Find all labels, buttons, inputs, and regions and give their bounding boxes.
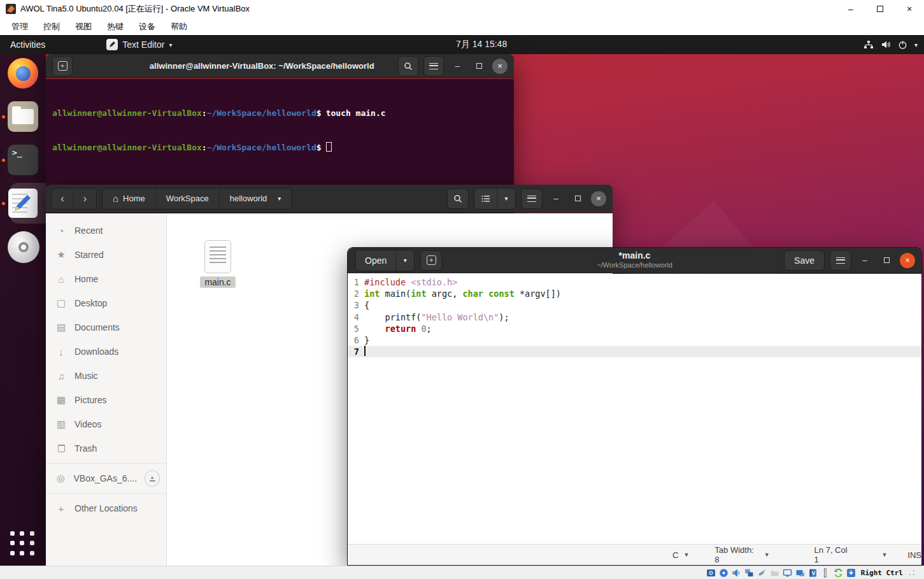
- gedit-header[interactable]: Open ▾ + *main.c ~/WorkSpace/helloworld …: [348, 248, 921, 273]
- chevron-down-icon: ▾: [278, 195, 281, 202]
- gnome-topbar: Activities Text Editor ▾ 7月 14 15:48 ▾: [0, 35, 924, 54]
- dock-vbox-cd[interactable]: [8, 231, 38, 262]
- forward-button[interactable]: ›: [74, 189, 96, 209]
- save-button[interactable]: Save: [784, 250, 825, 271]
- shared-folder-icon[interactable]: [769, 568, 780, 578]
- audio-icon[interactable]: [731, 568, 742, 578]
- sidebar-item-home[interactable]: ⌂Home: [46, 267, 166, 291]
- pictures-icon: ▦: [55, 394, 67, 406]
- close-button[interactable]: ×: [895, 0, 924, 18]
- sidebar-item-pictures[interactable]: ▦Pictures: [46, 388, 166, 412]
- downloads-icon: ↓: [55, 347, 67, 357]
- vbox-titlebar[interactable]: AWOL Tina5.0 Ubuntu20.04 [正在运行] - Oracle…: [0, 0, 924, 18]
- view-options-button[interactable]: ▾: [497, 189, 515, 209]
- running-dot: [2, 115, 5, 118]
- sidebar-item-trash[interactable]: Trash: [46, 436, 166, 461]
- activities-button[interactable]: Activities: [0, 39, 55, 50]
- file-item-main-c[interactable]: main.c: [195, 240, 240, 288]
- desktop-icon: ▢: [55, 297, 67, 309]
- terminal-new-tab-button[interactable]: +: [52, 56, 73, 76]
- network-icon[interactable]: [864, 40, 874, 49]
- guest-screen: Activities Text Editor ▾ 7月 14 15:48 ▾ >…: [0, 35, 924, 566]
- back-button[interactable]: ‹: [52, 189, 74, 209]
- gedit-maximize-button[interactable]: [878, 252, 895, 269]
- terminal-cursor: [326, 142, 332, 152]
- sidebar-item-recent[interactable]: ◔Recent: [46, 218, 166, 243]
- sidebar-item-videos[interactable]: ▥Videos: [46, 412, 166, 436]
- recording-icon[interactable]: [795, 568, 806, 578]
- files-menu-button[interactable]: [521, 189, 543, 209]
- path-helloworld-button[interactable]: helloworld▾: [220, 189, 292, 209]
- open-button[interactable]: Open: [356, 250, 396, 271]
- gedit-close-button[interactable]: ×: [900, 253, 915, 268]
- gedit-minimize-button[interactable]: –: [856, 252, 873, 269]
- menu-machine[interactable]: 管理: [4, 18, 36, 35]
- code-editor[interactable]: 1#include <stdio.h> 2int main(int argc, …: [348, 274, 921, 544]
- document-title: *main.c: [597, 250, 672, 261]
- power-icon[interactable]: [898, 40, 907, 50]
- show-applications-button[interactable]: [10, 531, 36, 557]
- files-close-button[interactable]: ×: [591, 191, 606, 206]
- home-icon: ⌂: [113, 193, 118, 204]
- dock-text-editor[interactable]: [8, 188, 38, 218]
- resize-grip[interactable]: [909, 569, 915, 576]
- volume-icon[interactable]: [881, 40, 891, 49]
- usb-icon[interactable]: [757, 568, 767, 578]
- files-sidebar: ◔Recent ★Starred ⌂Home ▢Desktop ▤Documen…: [46, 213, 167, 566]
- new-document-button[interactable]: +: [420, 250, 442, 271]
- terminal-title: allwinner@allwinner-VirtualBox: ~/WorkSp…: [150, 61, 374, 71]
- terminal-minimize-button[interactable]: –: [449, 58, 466, 75]
- terminal-close-button[interactable]: ×: [492, 59, 508, 74]
- music-icon: ♫: [55, 371, 67, 382]
- maximize-button[interactable]: [865, 0, 895, 18]
- sidebar-item-other-locations[interactable]: +Other Locations: [46, 496, 166, 520]
- list-view-button[interactable]: [474, 189, 497, 209]
- pencil-icon: [10, 190, 35, 215]
- sidebar-item-downloads[interactable]: ↓Downloads: [46, 340, 166, 364]
- sidebar-item-music[interactable]: ♫Music: [46, 364, 166, 388]
- sidebar-item-starred[interactable]: ★Starred: [46, 243, 166, 267]
- sidebar-item-vbox-gas[interactable]: ◎VBox_GAs_6.... ▴: [46, 466, 166, 490]
- path-workspace-button[interactable]: WorkSpace: [156, 189, 220, 209]
- menu-devices[interactable]: 设备: [131, 18, 163, 35]
- display-icon[interactable]: [782, 568, 793, 578]
- menu-input[interactable]: 热键: [99, 18, 131, 35]
- dock-files[interactable]: [8, 101, 38, 132]
- keyboard-capture-icon[interactable]: [846, 568, 856, 578]
- language-selector[interactable]: C▼: [672, 550, 689, 560]
- disc-icon: ◎: [55, 473, 66, 484]
- menu-control[interactable]: 控制: [36, 18, 68, 35]
- app-menu[interactable]: Text Editor ▾: [106, 39, 172, 50]
- cd-icon[interactable]: [718, 568, 729, 578]
- harddisk-icon[interactable]: [706, 568, 716, 578]
- tab-width-selector[interactable]: Tab Width: 8▼: [714, 545, 769, 564]
- files-search-button[interactable]: [447, 189, 469, 209]
- menu-view[interactable]: 视图: [68, 18, 99, 35]
- path-home-button[interactable]: ⌂Home: [103, 189, 156, 209]
- open-recent-button[interactable]: ▾: [396, 250, 414, 271]
- files-header[interactable]: ‹ › ⌂Home WorkSpace helloworld▾ ▾ –: [46, 185, 613, 213]
- terminal-search-button[interactable]: [398, 56, 418, 76]
- sidebar-item-desktop[interactable]: ▢Desktop: [46, 291, 166, 315]
- files-maximize-button[interactable]: [569, 190, 586, 207]
- menu-help[interactable]: 帮助: [163, 18, 195, 35]
- code-line: 4 printf("Hello World\n");: [348, 311, 921, 323]
- clock[interactable]: 7月 14 15:48: [456, 35, 507, 54]
- terminal-header[interactable]: + allwinner@allwinner-VirtualBox: ~/Work…: [46, 54, 514, 78]
- dock-firefox[interactable]: [8, 58, 38, 89]
- goto-line-button[interactable]: ▼: [881, 552, 887, 558]
- cursor-position[interactable]: Ln 7, Col 1: [814, 545, 853, 564]
- terminal-menu-button[interactable]: [423, 56, 444, 76]
- files-minimize-button[interactable]: –: [548, 190, 564, 207]
- eject-button[interactable]: ▴: [145, 470, 160, 487]
- terminal-maximize-button[interactable]: [471, 58, 487, 75]
- minimize-button[interactable]: –: [836, 0, 865, 18]
- dock-terminal[interactable]: >_: [8, 145, 38, 175]
- documents-icon: ▤: [55, 322, 67, 333]
- network-adapter-icon[interactable]: [744, 568, 755, 578]
- mouse-integration-icon[interactable]: [833, 568, 844, 578]
- features-icon[interactable]: V: [807, 568, 818, 578]
- system-menu-chevron-icon[interactable]: ▾: [914, 41, 918, 48]
- gedit-menu-button[interactable]: [830, 250, 851, 271]
- sidebar-item-documents[interactable]: ▤Documents: [46, 315, 166, 340]
